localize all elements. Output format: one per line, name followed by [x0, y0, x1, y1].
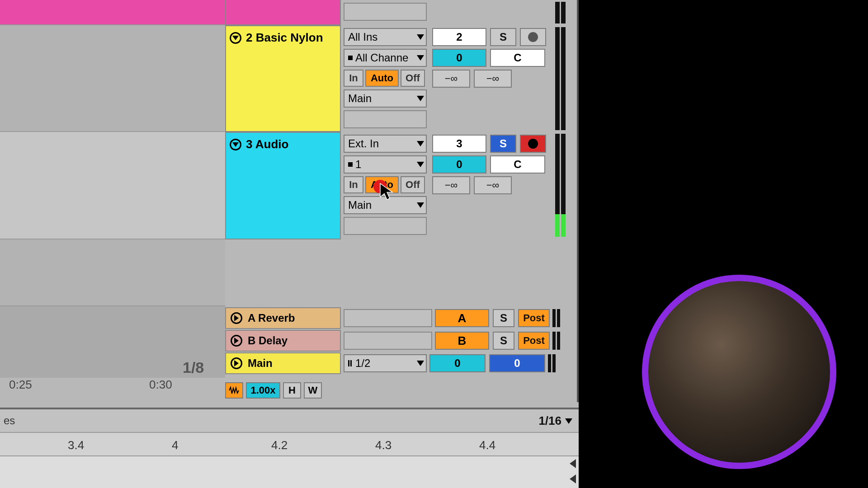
fold-left-icon[interactable]: [570, 459, 576, 468]
groove-amount[interactable]: 1.00x: [246, 382, 280, 399]
clip-lane-empty[interactable]: [0, 239, 225, 306]
main-header[interactable]: Main: [225, 352, 341, 374]
track2-header[interactable]: 2 Basic Nylon: [225, 25, 341, 132]
track2-output-dropdown[interactable]: Main: [344, 89, 427, 108]
clip-lane-track3[interactable]: [0, 132, 225, 239]
return-a-io-slot[interactable]: [344, 309, 432, 327]
main-cue-volume[interactable]: 0: [489, 354, 545, 372]
return-a-post-button[interactable]: Post: [518, 309, 550, 327]
track3-arm-button[interactable]: [520, 135, 546, 153]
track3-output-dropdown[interactable]: Main: [344, 196, 427, 214]
track2-input-channel-dropdown[interactable]: All Channe: [344, 49, 427, 67]
clip-editor-tabs: es 1/16: [0, 409, 579, 433]
dropdown-arrow-icon: [417, 361, 424, 366]
track3-pan[interactable]: C: [490, 155, 545, 174]
return-b-activator[interactable]: B: [435, 332, 489, 350]
daw-window: 2 Basic Nylon All Ins All Channe In Auto…: [0, 0, 579, 488]
waveform-icon: [228, 386, 240, 395]
return-a-activator[interactable]: A: [435, 309, 489, 327]
track3-mixer: 3 S 0 C −∞ −∞: [429, 132, 552, 197]
track2-fold-button[interactable]: [230, 32, 241, 44]
clip-editor-tab-label[interactable]: es: [4, 414, 15, 427]
track2-input-type-dropdown[interactable]: All Ins: [344, 28, 427, 46]
return-a-solo-button[interactable]: S: [493, 309, 514, 327]
track2-activator[interactable]: 2: [432, 28, 486, 46]
track2-mixer: 2 S 0 C −∞ −∞: [429, 25, 552, 90]
dropdown-arrow-icon: [417, 202, 424, 208]
chevron-down-icon: [232, 142, 239, 147]
dropdown-arrow-icon: [417, 96, 424, 101]
main-output-dropdown[interactable]: 1/2: [344, 354, 427, 372]
clip-note-area[interactable]: [0, 456, 579, 488]
clip-lane-track2[interactable]: [0, 25, 225, 132]
track3-fold-button[interactable]: [230, 139, 241, 150]
ruler-mark: 4.2: [271, 438, 288, 452]
track2-volume[interactable]: 0: [432, 49, 486, 67]
arrangement-lanes[interactable]: [0, 0, 225, 378]
return-b-post-button[interactable]: Post: [518, 332, 550, 350]
clip-grid-selector[interactable]: 1/16: [538, 414, 572, 428]
track3-input-type-label: Ext. In: [348, 137, 379, 150]
track2-monitor-row: In Auto Off: [344, 70, 427, 87]
click-indicator: [373, 180, 387, 193]
track3-send-a[interactable]: −∞: [432, 176, 470, 194]
chevron-right-icon: [234, 315, 239, 321]
dropdown-arrow-icon: [417, 55, 424, 61]
track1-mixer: [429, 0, 570, 25]
clip-lane-track1[interactable]: [0, 0, 225, 25]
track3-send-b[interactable]: −∞: [474, 176, 512, 194]
track3-input-type-dropdown[interactable]: Ext. In: [344, 135, 427, 153]
track1-meter: [555, 2, 570, 23]
chevron-right-icon: [234, 360, 239, 366]
track2-send-a[interactable]: −∞: [432, 70, 470, 88]
fold-left-icon[interactable]: [570, 474, 576, 483]
dropdown-arrow-icon: [417, 141, 424, 146]
return-a-title: A Reverb: [248, 312, 295, 324]
clip-ruler[interactable]: 3.4 4 4.2 4.3 4.4: [0, 433, 579, 456]
track2-input-type-label: All Ins: [348, 31, 377, 43]
return-a-row: A Reverb A S Post: [225, 307, 579, 329]
return-b-meter: [552, 332, 561, 350]
track3-monitor-in[interactable]: In: [344, 176, 363, 193]
track1-header[interactable]: [225, 0, 341, 25]
draw-mode-w-button[interactable]: W: [304, 382, 322, 399]
return-b-fold-button[interactable]: [231, 335, 242, 347]
track3-solo-button[interactable]: S: [490, 135, 516, 153]
ruler-mark: 4: [172, 438, 178, 452]
track2-output-channel[interactable]: [344, 110, 427, 128]
track3-input-channel-dropdown[interactable]: 1: [344, 155, 427, 174]
track2-monitor-off[interactable]: Off: [401, 70, 425, 87]
main-output-label: 1/2: [355, 357, 370, 370]
track2-solo-button[interactable]: S: [490, 28, 516, 46]
track3-activator[interactable]: 3: [432, 135, 486, 153]
clip-editor: es 1/16 3.4 4 4.2 4.3 4.4: [0, 408, 579, 488]
track3-header[interactable]: 3 Audio: [225, 132, 341, 239]
track3-input-channel-label: 1: [355, 158, 361, 171]
draw-mode-h-button[interactable]: H: [283, 382, 301, 399]
return-a-fold-button[interactable]: [231, 312, 242, 324]
track1-io-slot[interactable]: [344, 3, 427, 21]
track2-input-channel-label: All Channe: [355, 52, 408, 64]
track2-arm-button[interactable]: [520, 28, 546, 46]
track2-pan[interactable]: C: [490, 49, 545, 67]
main-volume[interactable]: 0: [429, 354, 486, 372]
main-row: Main 1/2 0 0: [225, 352, 579, 374]
clip-grid-value: 1/16: [538, 414, 561, 428]
audio-port-icon: [348, 162, 353, 167]
return-a-header[interactable]: A Reverb: [225, 307, 341, 329]
return-b-title: B Delay: [248, 334, 288, 347]
main-meter: [548, 354, 557, 372]
track2-monitor-in[interactable]: In: [344, 70, 363, 87]
return-b-solo-button[interactable]: S: [493, 332, 514, 350]
track2-meter: [555, 27, 570, 130]
main-fold-button[interactable]: [231, 357, 242, 369]
track3-output-channel[interactable]: [344, 217, 427, 235]
track3-monitor-off[interactable]: Off: [401, 176, 425, 193]
track2-monitor-auto[interactable]: Auto: [365, 70, 399, 87]
track2-send-b[interactable]: −∞: [474, 70, 512, 88]
track3-volume[interactable]: 0: [432, 155, 486, 174]
groove-pool-button[interactable]: [225, 382, 243, 399]
track2-io: All Ins All Channe In Auto Off Main: [341, 25, 429, 132]
return-b-io-slot[interactable]: [344, 332, 432, 350]
return-b-header[interactable]: B Delay: [225, 330, 341, 352]
